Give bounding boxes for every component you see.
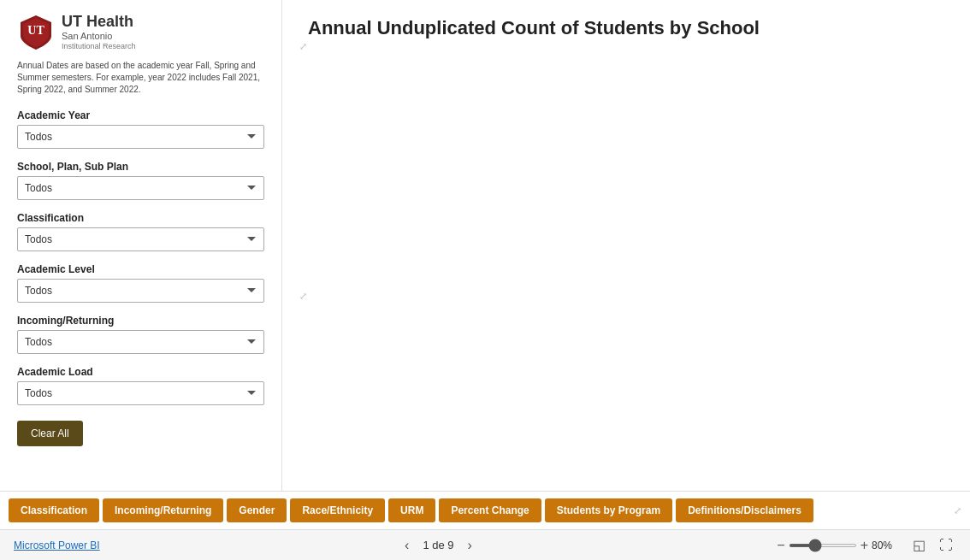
sidebar: UT UT Health San Antonio Institutional R… (0, 0, 282, 491)
prev-page-button[interactable]: ‹ (399, 536, 414, 555)
academic-load-label: Academic Load (17, 366, 264, 378)
power-bi-link[interactable]: Microsoft Power BI (14, 539, 100, 551)
next-page-button[interactable]: › (463, 536, 477, 555)
incoming-returning-label: Incoming/Returning (17, 315, 264, 327)
filter-group-classification: Classification Todos (17, 212, 264, 251)
filter-group-academic-year: Academic Year Todos (17, 109, 264, 149)
page-current: 1 (423, 539, 429, 551)
filter-group-school-plan: School, Plan, Sub Plan Todos (17, 161, 264, 200)
logo-area: UT UT Health San Antonio Institutional R… (17, 14, 264, 51)
tab-percent-change[interactable]: Percent Change (439, 498, 541, 522)
school-plan-label: School, Plan, Sub Plan (17, 161, 264, 173)
tab-urm[interactable]: URM (388, 498, 435, 522)
expand-icon-tabs[interactable]: ⤢ (954, 505, 961, 516)
zoom-label: 80% (872, 539, 902, 551)
expand-icon-mid[interactable]: ⤢ (299, 291, 307, 302)
filter-group-incoming-returning: Incoming/Returning Todos (17, 315, 264, 354)
ut-health-logo: UT (17, 14, 55, 51)
fullscreen-button[interactable]: ⛶ (936, 536, 956, 555)
tab-classification[interactable]: Classification (9, 498, 99, 522)
academic-year-select[interactable]: Todos (17, 125, 264, 149)
zoom-control: − + 80% (777, 538, 902, 553)
classification-select[interactable]: Todos (17, 227, 264, 251)
tab-incoming-returning[interactable]: Incoming/Returning (103, 498, 223, 522)
note-text: Annual Dates are based on the academic y… (17, 60, 264, 96)
page-total: 9 (447, 539, 453, 551)
filter-group-academic-level: Academic Level Todos (17, 263, 264, 303)
filter-group-academic-load: Academic Load Todos (17, 366, 264, 405)
main-content: UT UT Health San Antonio Institutional R… (0, 0, 970, 491)
logo-ut-health: UT Health (62, 14, 136, 31)
logo-san-antonio: San Antonio (62, 31, 136, 42)
tab-race-ethnicity[interactable]: Race/Ethnicity (290, 498, 385, 522)
page-wrapper: UT UT Health San Antonio Institutional R… (0, 0, 970, 560)
incoming-returning-select[interactable]: Todos (17, 330, 264, 354)
tab-gender[interactable]: Gender (227, 498, 287, 522)
tabs-bar: Classification Incoming/Returning Gender… (0, 491, 970, 529)
academic-load-select[interactable]: Todos (17, 381, 264, 405)
bottom-bar: Microsoft Power BI ‹ 1 de 9 › − + 80% ◱ … (0, 529, 970, 560)
bottom-right: − + 80% ◱ ⛶ (777, 535, 956, 555)
school-plan-select[interactable]: Todos (17, 176, 264, 200)
page-indicator: 1 de 9 (423, 539, 453, 551)
academic-level-label: Academic Level (17, 263, 264, 275)
fit-to-screen-button[interactable]: ◱ (909, 535, 929, 555)
clear-all-button[interactable]: Clear All (17, 421, 83, 446)
zoom-out-button[interactable]: − (777, 538, 784, 553)
academic-year-label: Academic Year (17, 109, 264, 121)
zoom-in-button[interactable]: + (861, 538, 868, 553)
logo-text-group: UT Health San Antonio Institutional Rese… (62, 14, 136, 51)
svg-text:UT: UT (27, 24, 44, 37)
main-area: Annual Unduplicated Count of Students by… (282, 0, 970, 491)
zoom-slider[interactable] (789, 544, 857, 547)
academic-level-select[interactable]: Todos (17, 279, 264, 303)
page-title: Annual Unduplicated Count of Students by… (308, 17, 944, 39)
tab-definitions-disclaimers[interactable]: Definitions/Disclaimers (676, 498, 813, 522)
bottom-center: ‹ 1 de 9 › (399, 536, 477, 555)
classification-label: Classification (17, 212, 264, 224)
logo-institutional-research: Institutional Research (62, 42, 136, 51)
expand-icon-top[interactable]: ⤢ (299, 41, 307, 52)
tab-students-by-program[interactable]: Students by Program (545, 498, 672, 522)
bottom-left: Microsoft Power BI (14, 539, 100, 551)
